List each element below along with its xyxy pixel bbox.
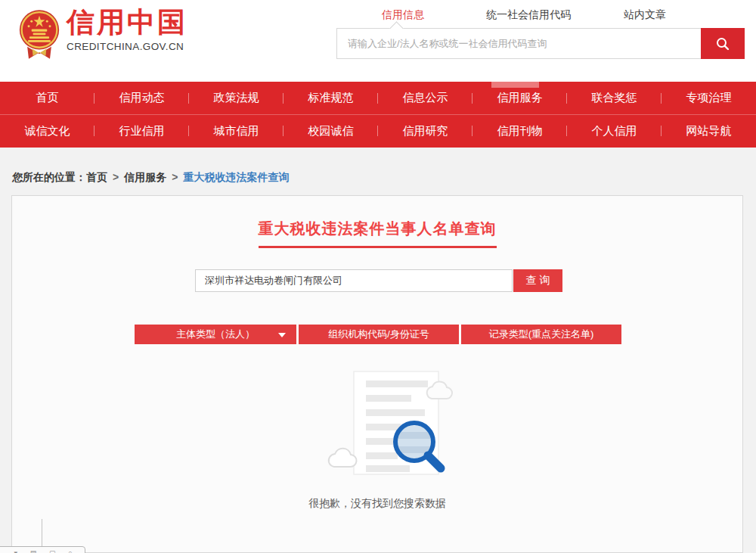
column-org-code-label: 组织机构代码/身份证号 — [328, 328, 429, 341]
content-panel: 重大税收违法案件当事人名单查询 查 询 主体类型（法人） 组织机构代码/身份证号… — [11, 195, 743, 553]
site-domain: CREDITCHINA.GOV.CN — [67, 41, 187, 52]
nav-item-personal-credit[interactable]: 个人信用 — [567, 115, 662, 147]
site-header: 信用中国 CREDITCHINA.GOV.CN 信用信息 统一社会信用代码 站内… — [0, 0, 756, 82]
page-title: 重大税收违法案件当事人名单查询 — [259, 219, 497, 248]
nav-item-site-map[interactable]: 网站导航 — [662, 115, 756, 147]
logo-text: 信用中国 CREDITCHINA.GOV.CN — [67, 6, 187, 52]
header-tab-site-articles[interactable]: 站内文章 — [624, 8, 666, 22]
breadcrumb-credit-services[interactable]: 信用服务 — [124, 171, 166, 183]
header-tab-credit-info[interactable]: 信用信息 — [382, 8, 424, 22]
chevron-down-icon — [278, 333, 286, 337]
toolbar-glyph-icon: ▢ — [49, 550, 56, 553]
nav-item-info-disclosure[interactable]: 信息公示 — [378, 82, 472, 114]
main-navigation: 首页 信用动态 政策法规 标准规范 信息公示 信用服务 联合奖惩 专项治理 诚信… — [0, 82, 756, 148]
nav-item-city-credit[interactable]: 城市信用 — [189, 115, 284, 147]
search-icon — [715, 36, 730, 51]
breadcrumb-separator: > — [113, 171, 119, 183]
nav-item-special-governance[interactable]: 专项治理 — [662, 82, 756, 114]
column-org-code[interactable]: 组织机构代码/身份证号 — [299, 325, 459, 344]
nav-item-joint-rewards[interactable]: 联合奖惩 — [567, 82, 662, 114]
toolbar-glyph-icon: ▤ — [30, 550, 37, 553]
nav-item-credit-news[interactable]: 信用动态 — [94, 82, 189, 114]
nav-item-credit-publications[interactable]: 信用刊物 — [472, 115, 567, 147]
nav-item-standards[interactable]: 标准规范 — [284, 82, 378, 114]
breadcrumb-prefix: 您所在的位置： — [12, 171, 86, 183]
no-results-illustration — [318, 356, 462, 489]
nav-item-credit-services[interactable]: 信用服务 — [472, 82, 567, 114]
nav-item-campus-integrity[interactable]: 校园诚信 — [284, 115, 378, 147]
breadcrumb: 您所在的位置：首页>信用服务>重大税收违法案件查询 — [12, 171, 289, 185]
breadcrumb-separator: > — [172, 171, 178, 183]
query-button[interactable]: 查 询 — [513, 269, 562, 292]
filter-subject-type-label: 主体类型（法人） — [176, 328, 255, 341]
breadcrumb-home[interactable]: 首页 — [86, 171, 107, 183]
header-tab-unified-code[interactable]: 统一社会信用代码 — [486, 8, 571, 22]
nav-row-1: 首页 信用动态 政策法规 标准规范 信息公示 信用服务 联合奖惩 专项治理 — [0, 82, 756, 115]
nav-item-credit-research[interactable]: 信用研究 — [378, 115, 472, 147]
nav-item-home[interactable]: 首页 — [0, 82, 94, 114]
toolbar-glyph-icon: ▾ — [14, 550, 17, 553]
header-search-input[interactable] — [336, 28, 701, 59]
site-title: 信用中国 — [67, 6, 187, 39]
company-search-input[interactable] — [195, 269, 513, 292]
no-results-message: 很抱歉，没有找到您搜索数据 — [12, 497, 742, 511]
nav-row-2: 诚信文化 行业信用 城市信用 校园诚信 信用研究 信用刊物 个人信用 网站导航 — [0, 115, 756, 147]
popup-pointer-line — [42, 519, 42, 547]
filter-subject-type[interactable]: 主体类型（法人） — [135, 325, 296, 344]
query-bar: 查 询 — [195, 269, 562, 292]
national-emblem-icon — [18, 9, 60, 59]
column-record-type-label: 记录类型(重点关注名单) — [489, 328, 594, 341]
toolbar-glyph-icon: ○ — [68, 550, 72, 553]
column-record-type[interactable]: 记录类型(重点关注名单) — [461, 325, 621, 344]
header-search-button[interactable] — [701, 28, 745, 59]
nav-item-integrity-culture[interactable]: 诚信文化 — [0, 115, 94, 147]
nav-item-policies[interactable]: 政策法规 — [189, 82, 284, 114]
nav-item-industry-credit[interactable]: 行业信用 — [94, 115, 189, 147]
site-logo[interactable]: 信用中国 CREDITCHINA.GOV.CN — [18, 6, 187, 59]
result-table-header: 主体类型（法人） 组织机构代码/身份证号 记录类型(重点关注名单) — [135, 325, 621, 344]
breadcrumb-current-page[interactable]: 重大税收违法案件查询 — [183, 171, 289, 183]
cutoff-toolbar-popup[interactable]: ▾ ▤ ▢ ○ — [0, 546, 85, 553]
